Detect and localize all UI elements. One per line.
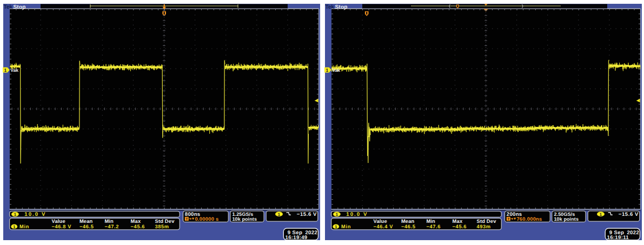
svg-text:−15.6 V: −15.6 V <box>297 212 317 217</box>
svg-text:−47.2: −47.2 <box>104 224 119 229</box>
svg-text:−46.5: −46.5 <box>79 224 94 229</box>
svg-text:10.0 V: 10.0 V <box>24 212 46 217</box>
svg-text:16:19:49: 16:19:49 <box>286 235 308 241</box>
svg-text:10k points: 10k points <box>554 216 579 222</box>
svg-text:T: T <box>186 217 188 221</box>
svg-text:1: 1 <box>326 67 329 73</box>
svg-text:Stop: Stop <box>335 4 348 10</box>
svg-text:493m: 493m <box>477 224 491 229</box>
svg-text:Std Dev: Std Dev <box>155 219 175 224</box>
svg-text:Std Dev: Std Dev <box>477 219 497 224</box>
svg-text:Min: Min <box>19 224 29 229</box>
svg-text:Min: Min <box>341 224 351 229</box>
svg-text:−45.6: −45.6 <box>131 224 145 229</box>
svg-text:−45.6: −45.6 <box>453 224 467 229</box>
svg-text:−46.5: −46.5 <box>401 224 416 229</box>
svg-text:Max: Max <box>131 219 141 224</box>
svg-text:Min: Min <box>426 219 435 224</box>
svg-text:760.000ns: 760.000ns <box>516 216 542 222</box>
svg-text:Min: Min <box>104 219 114 224</box>
svg-text:10k points: 10k points <box>233 216 257 222</box>
svg-text:T: T <box>508 217 510 221</box>
svg-text:Tek: Tek <box>4 4 13 10</box>
svg-text:10.0 V: 10.0 V <box>346 212 368 217</box>
svg-text:Tek: Tek <box>326 4 335 10</box>
svg-text:Max: Max <box>453 219 463 224</box>
svg-text:Vak: Vak <box>332 67 340 73</box>
svg-text:−15.6 V: −15.6 V <box>619 212 639 217</box>
svg-text:Mean: Mean <box>79 219 93 224</box>
svg-text:Value: Value <box>52 219 65 224</box>
svg-text:0.00000 s: 0.00000 s <box>195 216 218 222</box>
svg-text:−47.6: −47.6 <box>426 224 441 229</box>
svg-text:−46.4 V: −46.4 V <box>374 224 394 229</box>
svg-text:1: 1 <box>4 67 7 73</box>
svg-text:Vak: Vak <box>10 67 18 73</box>
svg-text:Value: Value <box>374 219 387 224</box>
svg-text:16:19:11: 16:19:11 <box>607 235 629 241</box>
svg-text:385m: 385m <box>155 224 169 229</box>
svg-text:−46.8 V: −46.8 V <box>52 224 72 229</box>
svg-text:Mean: Mean <box>401 219 415 224</box>
svg-text:Stop: Stop <box>14 4 26 10</box>
